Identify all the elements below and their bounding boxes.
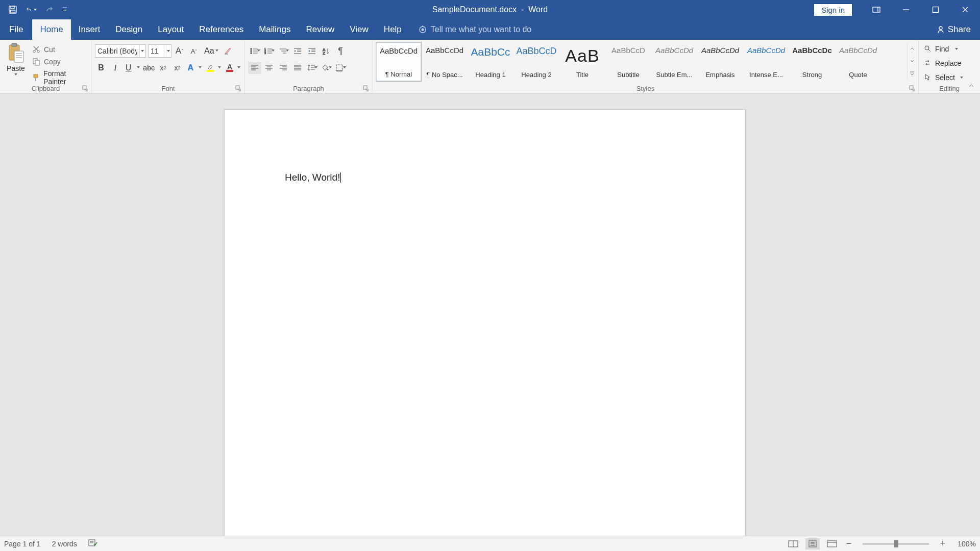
- style-subtitle[interactable]: AaBbCcDSubtitle: [605, 42, 651, 82]
- tab-layout[interactable]: Layout: [150, 19, 191, 40]
- style--normal[interactable]: AaBbCcDd¶ Normal: [376, 42, 422, 82]
- superscript-button[interactable]: x2: [172, 62, 184, 74]
- tab-review[interactable]: Review: [299, 19, 342, 40]
- read-mode-button[interactable]: [786, 538, 800, 549]
- tab-insert[interactable]: Insert: [71, 19, 108, 40]
- tab-help[interactable]: Help: [376, 19, 409, 40]
- format-painter-button[interactable]: Format Painter: [32, 69, 88, 86]
- style-heading-1[interactable]: AaBbCcHeading 1: [468, 42, 513, 82]
- paste-icon: [7, 43, 24, 63]
- style-intense-e-[interactable]: AaBbCcDdIntense E...: [743, 42, 789, 82]
- sign-in-button[interactable]: Sign in: [814, 4, 852, 16]
- web-layout-button[interactable]: [825, 538, 839, 549]
- grow-font-button[interactable]: A˄: [174, 45, 186, 57]
- font-size-combobox[interactable]: [148, 44, 172, 58]
- zoom-slider-thumb[interactable]: [894, 540, 898, 547]
- style-subtle-em-[interactable]: AaBbCcDdSubtle Em...: [651, 42, 697, 82]
- change-case-button[interactable]: Aa: [202, 45, 219, 57]
- subscript-button[interactable]: x2: [157, 62, 169, 74]
- chevron-down-icon[interactable]: [166, 45, 171, 57]
- copy-button[interactable]: Copy: [32, 57, 88, 66]
- style-preview: AaBbCcDd: [701, 46, 739, 55]
- styles-more-button[interactable]: [907, 43, 916, 80]
- tab-view[interactable]: View: [342, 19, 376, 40]
- share-button[interactable]: Share: [927, 19, 980, 40]
- chevron-down-icon: [329, 66, 332, 68]
- justify-button[interactable]: [291, 62, 304, 74]
- status-words[interactable]: 2 words: [52, 540, 77, 548]
- collapse-ribbon-button[interactable]: [968, 82, 977, 91]
- tab-home[interactable]: Home: [32, 19, 70, 40]
- status-page[interactable]: Page 1 of 1: [4, 540, 41, 548]
- font-color-button[interactable]: A: [224, 62, 241, 74]
- font-launcher[interactable]: [235, 84, 242, 91]
- document-page[interactable]: Hello, World!: [224, 109, 746, 536]
- quick-access-toolbar: [0, 4, 67, 15]
- print-layout-button[interactable]: [805, 538, 820, 549]
- cut-button[interactable]: Cut: [32, 45, 88, 54]
- decrease-indent-button[interactable]: [291, 45, 304, 57]
- zoom-slider[interactable]: [863, 543, 929, 545]
- tab-design[interactable]: Design: [108, 19, 150, 40]
- qat-customize-button[interactable]: [62, 4, 67, 15]
- shrink-font-button[interactable]: A˅: [188, 45, 200, 57]
- numbering-button[interactable]: 123: [262, 45, 276, 57]
- close-button[interactable]: [950, 0, 980, 19]
- undo-button[interactable]: [26, 4, 37, 15]
- style-name: Heading 2: [521, 71, 551, 79]
- style-quote[interactable]: AaBbCcDdQuote: [835, 42, 881, 82]
- font-size-input[interactable]: [149, 47, 166, 55]
- shading-button[interactable]: [320, 62, 333, 74]
- zoom-out-button[interactable]: −: [844, 538, 853, 549]
- strikethrough-button[interactable]: abc: [143, 62, 155, 74]
- sort-button[interactable]: AZ: [320, 45, 333, 57]
- text-effects-button[interactable]: A: [185, 62, 203, 74]
- save-button[interactable]: [7, 4, 18, 15]
- tab-file[interactable]: File: [0, 19, 32, 40]
- ribbon-display-options-button[interactable]: [862, 0, 891, 19]
- tab-references[interactable]: References: [191, 19, 251, 40]
- styles-gallery[interactable]: AaBbCcDd¶ NormalAaBbCcDd¶ No Spac...AaBb…: [376, 42, 881, 82]
- minimize-button[interactable]: [891, 0, 921, 19]
- styles-launcher[interactable]: [909, 84, 916, 91]
- bold-button[interactable]: B: [95, 62, 107, 74]
- paragraph-launcher[interactable]: [363, 84, 370, 91]
- status-spellcheck[interactable]: [88, 539, 97, 548]
- highlight-button[interactable]: [205, 62, 222, 74]
- svg-point-19: [33, 51, 35, 53]
- increase-indent-button[interactable]: [305, 45, 318, 57]
- tell-me-search[interactable]: Tell me what you want to do: [419, 19, 531, 40]
- zoom-in-button[interactable]: +: [938, 538, 947, 549]
- style-strong[interactable]: AaBbCcDcStrong: [789, 42, 835, 82]
- style-preview: AaB: [565, 46, 599, 66]
- multilevel-list-button[interactable]: [277, 45, 290, 57]
- align-left-button[interactable]: [248, 62, 261, 74]
- clipboard-launcher[interactable]: [82, 84, 89, 91]
- tab-mailings[interactable]: Mailings: [251, 19, 298, 40]
- style--no-spac-[interactable]: AaBbCcDd¶ No Spac...: [422, 42, 468, 82]
- chevron-down-icon: [272, 49, 275, 52]
- document-body[interactable]: Hello, World!: [285, 172, 341, 183]
- clear-formatting-button[interactable]: [222, 45, 234, 57]
- borders-button[interactable]: [334, 62, 347, 74]
- bullets-button[interactable]: [248, 45, 261, 57]
- svg-rect-79: [363, 86, 367, 89]
- document-area[interactable]: Hello, World!: [0, 94, 980, 536]
- align-center-button[interactable]: [262, 62, 276, 74]
- replace-button[interactable]: Replace: [922, 56, 977, 70]
- font-name-combobox[interactable]: [95, 44, 146, 58]
- style-emphasis[interactable]: AaBbCcDdEmphasis: [697, 42, 743, 82]
- zoom-level[interactable]: 100%: [952, 540, 976, 548]
- redo-button[interactable]: [44, 4, 55, 15]
- underline-button[interactable]: U: [124, 62, 141, 74]
- font-name-input[interactable]: [95, 47, 139, 55]
- find-button[interactable]: Find: [922, 42, 977, 56]
- chevron-down-icon[interactable]: [139, 45, 145, 57]
- align-right-button[interactable]: [277, 62, 290, 74]
- show-hide-button[interactable]: ¶: [334, 45, 347, 57]
- line-spacing-button[interactable]: [305, 62, 318, 74]
- style-title[interactable]: AaBTitle: [559, 42, 605, 82]
- maximize-button[interactable]: [921, 0, 950, 19]
- italic-button[interactable]: I: [109, 62, 121, 74]
- style-heading-2[interactable]: AaBbCcDHeading 2: [513, 42, 559, 82]
